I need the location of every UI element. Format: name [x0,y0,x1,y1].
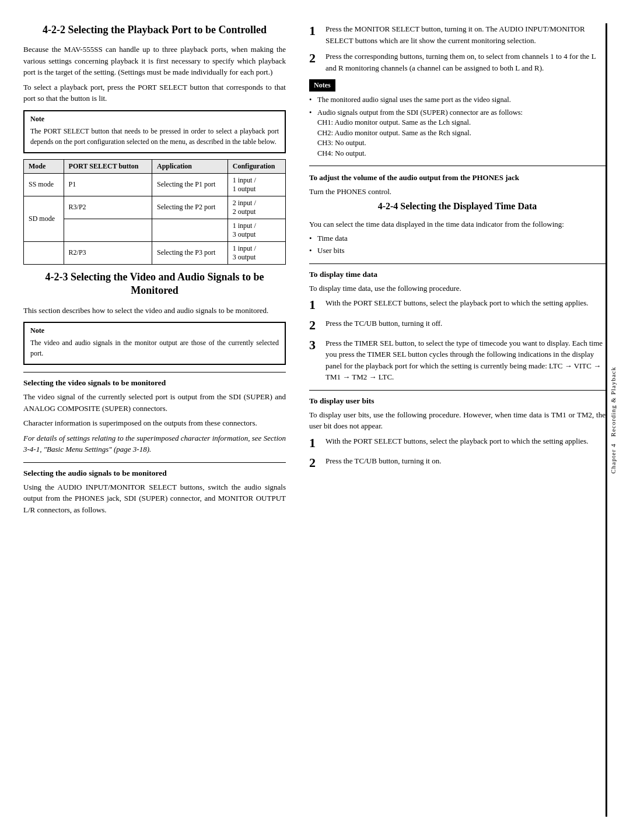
notes-label: Notes [309,79,335,92]
chapter-label: Chapter 4 Recording & Playback [610,367,617,474]
step-1: 1 Press the MONITOR SELECT button, turni… [309,23,606,46]
time-data-bullets: Time data User bits [309,233,606,256]
table-header-app: Application [152,159,228,173]
divider5 [309,390,606,391]
left-column: 4-2-2 Selecting the Playback Port to be … [23,23,303,817]
note-box-423: Note The video and audio signals in the … [23,322,286,365]
section-423-title: 4-2-3 Selecting the Video and Audio Sign… [23,270,286,298]
port-select-table: Mode PORT SELECT button Application Conf… [23,159,286,265]
note-text-423: The video and audio signals in the monit… [30,338,279,359]
section-423-intro: This section describes how to select the… [23,305,286,317]
video-italic: For details of settings relating to the … [23,433,286,455]
time-step-1: 1 With the PORT SELECT buttons, select t… [309,297,606,312]
bullet-user-bits: User bits [309,245,606,256]
video-text1: The video signal of the currently select… [23,391,286,414]
display-user-intro: To display user bits, use the following … [309,409,606,432]
display-user-heading: To display user bits [309,396,606,406]
time-step-3: 3 Press the TIMER SEL button, to select … [309,338,606,383]
right-column: 1 Press the MONITOR SELECT button, turni… [303,23,606,817]
section-424-intro: You can select the time data displayed i… [309,219,606,230]
table-header-config: Configuration [228,159,285,173]
note-label: Note [30,115,279,124]
divider2 [23,462,286,463]
table-header-port: PORT SELECT button [64,159,152,173]
display-time-intro: To display time data, use the following … [309,283,606,294]
section-422-intro2: To select a playback port, press the POR… [23,82,286,104]
chapter-side-tab: Chapter 4 Recording & Playback [606,23,618,817]
audio-signals-heading: Selecting the audio signals to be monito… [23,469,286,478]
display-time-heading: To display time data [309,270,606,279]
table-row: R2/P3 Selecting the P3 port 1 input /3 o… [24,241,286,264]
note-label-423: Note [30,326,279,335]
divider3 [309,166,606,166]
note-item: The monitored audio signal uses the same… [309,95,606,106]
phones-heading: To adjust the volume of the audio output… [309,172,606,184]
note-text-422: The PORT SELECT button that needs to be … [30,126,279,147]
audio-text: Using the AUDIO INPUT/MONITOR SELECT but… [23,481,286,516]
notes-list: The monitored audio signal uses the same… [309,95,606,159]
table-row: SD mode R3/P2 Selecting the P2 port 2 in… [24,196,286,219]
step-1-text: Press the MONITOR SELECT button, turning… [326,23,606,46]
user-step-2: 2 Press the TC/UB button, turning it on. [309,455,606,470]
step-2-text: Press the corresponding buttons, turning… [326,51,606,73]
note-box-422: Note The PORT SELECT button that needs t… [23,110,286,153]
step-2: 2 Press the corresponding buttons, turni… [309,51,606,73]
table-header-mode: Mode [24,159,64,173]
section-422-intro1: Because the MAV-555SS can handle up to t… [23,44,286,78]
table-row: SS mode P1 Selecting the P1 port 1 input… [24,173,286,196]
notes-section: Notes The monitored audio signal uses th… [309,79,606,159]
divider4 [309,263,606,264]
section-424-title: 4-2-4 Selecting the Displayed Time Data [309,201,606,213]
divider [23,372,286,372]
time-step-2: 2 Press the TC/UB button, turning it off… [309,318,606,333]
bullet-time-data: Time data [309,233,606,244]
section-422-title: 4-2-2 Selecting the Playback Port to be … [23,23,286,37]
video-text2: Character information is superimposed on… [23,417,286,429]
note-item: Audio signals output from the SDI (SUPER… [309,108,606,159]
video-signals-heading: Selecting the video signals to be monito… [23,378,286,388]
phones-text: Turn the PHONES control. [309,186,606,198]
user-step-1: 1 With the PORT SELECT buttons, select t… [309,435,606,451]
